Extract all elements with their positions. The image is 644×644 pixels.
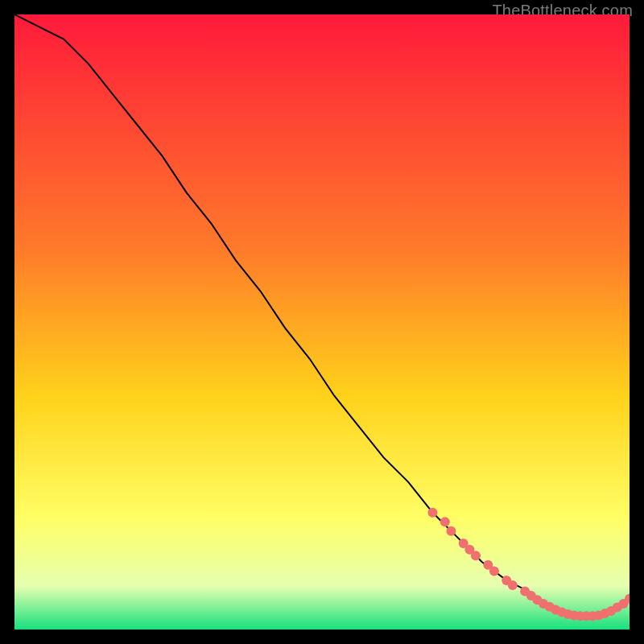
data-marker xyxy=(471,551,481,560)
data-marker xyxy=(428,508,438,518)
gradient-background xyxy=(14,14,630,630)
data-marker xyxy=(508,580,518,590)
chart-svg xyxy=(14,14,630,630)
chart-stage: TheBottleneck.com xyxy=(0,0,644,644)
data-marker xyxy=(440,517,450,526)
plot-area xyxy=(14,14,630,630)
data-marker xyxy=(489,566,499,576)
data-marker xyxy=(446,526,456,536)
